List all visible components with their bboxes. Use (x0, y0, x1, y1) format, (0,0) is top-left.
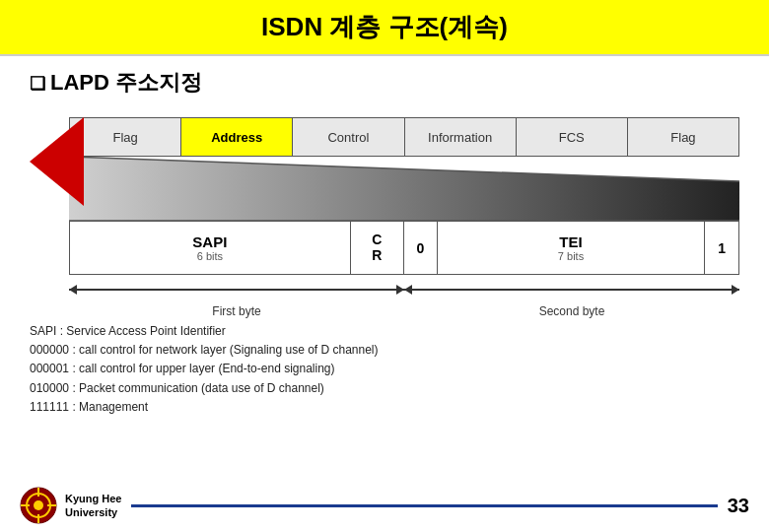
frame-cell-flag1: Flag (70, 118, 181, 156)
desc-line-4: 010000 : Packet communication (data use … (30, 379, 739, 398)
description-area: SAPI : Service Access Point Identifier 0… (30, 322, 739, 417)
university-name: Kyung Hee University (65, 492, 121, 520)
lapd-heading: LAPD 주소지정 (30, 68, 769, 98)
sapi-cell: SAPI 6 bits (70, 222, 351, 274)
diagram-area: Flag Address Control Information FCS Fla… (30, 107, 739, 314)
sapi-sublabel: 6 bits (197, 250, 223, 262)
logo-area: Kyung Hee University (20, 487, 121, 524)
sapi-label: SAPI (192, 233, 227, 250)
desc-line-3: 000001 : call control for upper layer (E… (30, 360, 739, 378)
desc-line-5: 111111 : Management (30, 398, 739, 417)
desc-line-2: 000000 : call control for network layer … (30, 341, 739, 360)
one-cell: 1 (705, 222, 738, 274)
second-byte-label: Second byte (539, 304, 605, 318)
cr-label: CR (372, 233, 382, 263)
university-line1: Kyung Hee (65, 493, 121, 504)
detail-row: SAPI 6 bits CR 0 TEI 7 bits 1 (69, 221, 739, 275)
university-line2: University (65, 506, 117, 518)
university-logo (20, 487, 57, 524)
frame-cell-address: Address (181, 118, 293, 156)
left-arrow-icon (30, 117, 84, 206)
svg-marker-0 (69, 157, 739, 221)
frame-cell-flag2: Flag (628, 118, 738, 156)
cr-cell: CR (351, 222, 404, 274)
trapezoid-area (69, 157, 739, 221)
svg-point-5 (34, 500, 43, 510)
frame-row: Flag Address Control Information FCS Fla… (69, 117, 739, 157)
frame-cell-information: Information (405, 118, 517, 156)
one-label: 1 (718, 240, 726, 256)
tei-label: TEI (559, 233, 582, 250)
frame-cell-control: Control (293, 118, 404, 156)
tei-sublabel: 7 bits (558, 250, 584, 262)
page-number: 33 (728, 495, 749, 517)
first-byte-label: First byte (212, 304, 260, 318)
title-text: ISDN 계층 구조(계속) (261, 12, 508, 41)
footer-line (131, 504, 717, 507)
footer: Kyung Hee University 33 (0, 487, 769, 524)
title-bar: ISDN 계층 구조(계속) (0, 0, 769, 56)
frame-cell-fcs: FCS (517, 118, 628, 156)
byte-row: First byte Second byte (69, 275, 739, 304)
zero-cell: 0 (404, 222, 438, 274)
heading-text: LAPD 주소지정 (50, 70, 202, 95)
zero-label: 0 (417, 240, 425, 256)
tei-cell: TEI 7 bits (438, 222, 705, 274)
desc-line-1: SAPI : Service Access Point Identifier (30, 322, 739, 341)
